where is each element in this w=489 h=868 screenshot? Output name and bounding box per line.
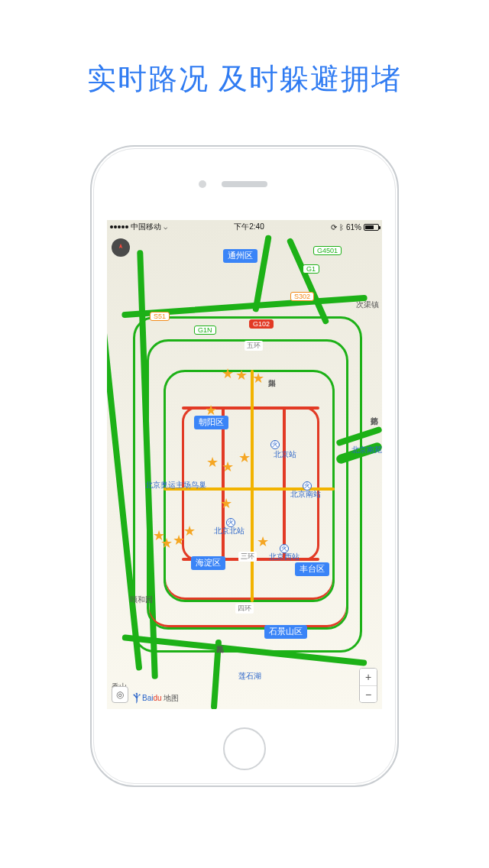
ring-label-5: 五环 bbox=[244, 341, 263, 351]
star-icon: ★ bbox=[252, 370, 264, 387]
home-button[interactable] bbox=[223, 727, 266, 770]
ring-label-4: 四环 bbox=[235, 604, 254, 614]
status-time: 下午2:40 bbox=[234, 222, 264, 232]
baidu-sub: 地图 bbox=[164, 693, 179, 704]
star-icon: ★ bbox=[183, 523, 196, 539]
paw-icon: Ⲯ bbox=[133, 691, 141, 704]
place-nanz: 北京南站 bbox=[290, 489, 321, 500]
marketing-headline: 实时路况 及时躲避拥堵 bbox=[0, 60, 489, 99]
place-olympics: 北京奥运主场鸟巢 bbox=[145, 480, 188, 491]
metro-icon: 火 bbox=[303, 481, 312, 491]
road-tag-s51: S51 bbox=[150, 312, 170, 321]
phone-camera bbox=[199, 180, 206, 188]
star-icon: ★ bbox=[238, 449, 251, 466]
baidu-map-logo: Ⲯ Baidu 地图 bbox=[133, 691, 179, 704]
place-beijingzhan: 北京站 bbox=[274, 449, 296, 460]
road-tag-g102: G102 bbox=[249, 319, 274, 329]
phone-screen: 中国移动 ⌵ 下午2:40 ⟳ ᛒ 61% bbox=[107, 220, 382, 709]
district-fengtai: 丰台区 bbox=[295, 562, 329, 576]
place-cixi: 次渠镇 bbox=[356, 300, 379, 310]
locate-button[interactable]: ◎ bbox=[112, 686, 128, 703]
battery-percent: 61% bbox=[346, 223, 361, 232]
road-tag-g1: G1 bbox=[303, 264, 319, 274]
star-icon: ★ bbox=[257, 533, 269, 550]
star-icon: ★ bbox=[235, 367, 248, 384]
metro-icon: 火 bbox=[280, 544, 289, 553]
compass-button[interactable] bbox=[112, 238, 130, 257]
district-shijingshan: 石景山区 bbox=[264, 625, 307, 639]
bluetooth-icon: ᛒ bbox=[339, 223, 344, 232]
road-tag-s302: S302 bbox=[290, 292, 314, 301]
metro-icon: 火 bbox=[270, 440, 280, 449]
star-icon: ★ bbox=[173, 532, 185, 549]
metro-icon: 火 bbox=[226, 518, 235, 527]
wifi-icon: ⌵ bbox=[164, 223, 167, 231]
target-icon: ◎ bbox=[116, 689, 124, 700]
place-beiz: 北京北站 bbox=[214, 526, 244, 536]
place-nanyuan: 北京南苑 bbox=[351, 445, 382, 455]
phone-speaker bbox=[222, 181, 267, 187]
svg-marker-0 bbox=[119, 244, 123, 248]
phone-frame: 中国移动 ⌵ 下午2:40 ⟳ ᛒ 61% bbox=[90, 145, 399, 787]
star-icon: ★ bbox=[222, 365, 234, 382]
battery-icon bbox=[364, 224, 379, 231]
zoom-out-button[interactable]: − bbox=[360, 685, 377, 702]
road-congested bbox=[222, 406, 225, 559]
star-icon: ★ bbox=[153, 527, 165, 544]
baidu-brand: Baidu bbox=[142, 694, 162, 702]
star-icon: ★ bbox=[220, 495, 232, 512]
road-slow bbox=[251, 370, 254, 602]
road-tag-g1n: G1N bbox=[194, 326, 216, 335]
zoom-controls: + − bbox=[359, 668, 377, 703]
place-yiheyuan: 颐和园 bbox=[130, 594, 153, 605]
road-congested bbox=[283, 406, 286, 559]
road bbox=[253, 235, 270, 312]
place-lianshi: 莲石湖 bbox=[238, 671, 261, 682]
compass-icon bbox=[115, 242, 126, 253]
ring-label-3: 三环 bbox=[238, 552, 257, 562]
star-icon: ★ bbox=[206, 454, 219, 471]
place-xiz: 北京西站 bbox=[269, 552, 300, 562]
star-icon: ★ bbox=[222, 458, 234, 475]
star-icon: ★ bbox=[205, 402, 217, 419]
carrier-label: 中国移动 bbox=[131, 222, 161, 232]
signal-dots-icon bbox=[110, 225, 128, 228]
orientation-lock-icon: ⟳ bbox=[331, 223, 337, 232]
road-tag-g4501: G4501 bbox=[313, 246, 342, 255]
status-bar: 中国移动 ⌵ 下午2:40 ⟳ ᛒ 61% bbox=[107, 220, 382, 234]
zoom-in-button[interactable]: + bbox=[360, 669, 377, 685]
district-haidian: 海淀区 bbox=[191, 556, 225, 570]
district-tongzhou: 通州区 bbox=[223, 249, 257, 263]
map-canvas[interactable]: G4501 G1 S302 S51 G1N G102 通州区 朝阳区 海淀区 丰… bbox=[107, 220, 382, 709]
